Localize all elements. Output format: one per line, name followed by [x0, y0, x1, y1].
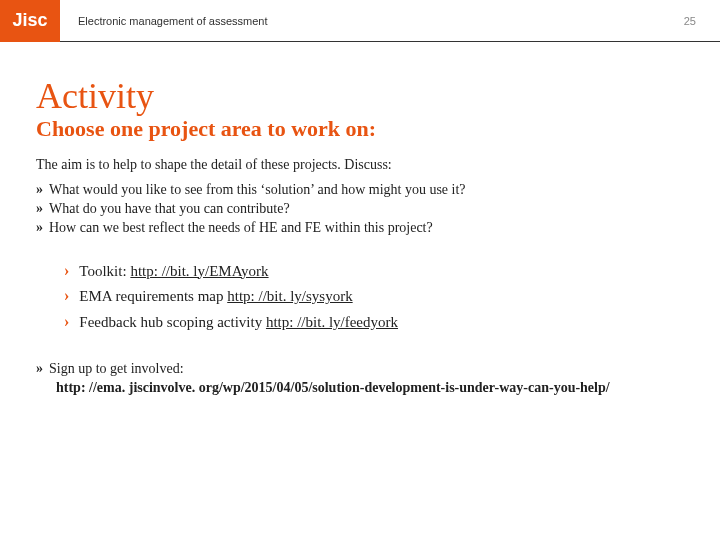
chevron-icon: › — [64, 258, 69, 284]
link-label: Feedback hub scoping activity — [79, 314, 266, 330]
requirements-map-link[interactable]: http: //bit. ly/sysyork — [227, 288, 352, 304]
question-text: What would you like to see from this ‘so… — [49, 181, 466, 200]
raquo-icon: » — [36, 200, 43, 219]
toolkit-link[interactable]: http: //bit. ly/EMAyork — [130, 263, 268, 279]
jisc-logo: Jisc — [0, 0, 60, 42]
list-item: › Toolkit: http: //bit. ly/EMAyork — [64, 258, 684, 284]
slide-header: Jisc Electronic management of assessment… — [0, 0, 720, 42]
intro-text: The aim is to help to shape the detail o… — [36, 156, 684, 175]
slide-content: Activity Choose one project area to work… — [0, 42, 720, 398]
question-text: How can we best reflect the needs of HE … — [49, 219, 433, 238]
list-item: » What do you have that you can contribu… — [36, 200, 684, 219]
running-title: Electronic management of assessment — [78, 15, 684, 27]
slide-title: Activity — [36, 78, 684, 114]
signup-block: » Sign up to get involved: http: //ema. … — [36, 360, 684, 398]
question-text: What do you have that you can contribute… — [49, 200, 290, 219]
signup-url[interactable]: http: //ema. jiscinvolve. org/wp/2015/04… — [56, 379, 616, 398]
raquo-icon: » — [36, 181, 43, 200]
list-item: › Feedback hub scoping activity http: //… — [64, 309, 684, 335]
link-list: › Toolkit: http: //bit. ly/EMAyork › EMA… — [64, 258, 684, 335]
raquo-icon: » — [36, 219, 43, 238]
link-label: EMA requirements map — [79, 288, 227, 304]
question-list: » What would you like to see from this ‘… — [36, 181, 684, 238]
list-item: » How can we best reflect the needs of H… — [36, 219, 684, 238]
list-item: › EMA requirements map http: //bit. ly/s… — [64, 283, 684, 309]
signup-label: Sign up to get involved: — [49, 360, 184, 379]
slide-subtitle: Choose one project area to work on: — [36, 116, 684, 142]
list-item: » What would you like to see from this ‘… — [36, 181, 684, 200]
chevron-icon: › — [64, 309, 69, 335]
page-number: 25 — [684, 15, 720, 27]
link-label: Toolkit: — [79, 263, 130, 279]
chevron-icon: › — [64, 283, 69, 309]
raquo-icon: » — [36, 360, 43, 379]
feedback-hub-link[interactable]: http: //bit. ly/feedyork — [266, 314, 398, 330]
